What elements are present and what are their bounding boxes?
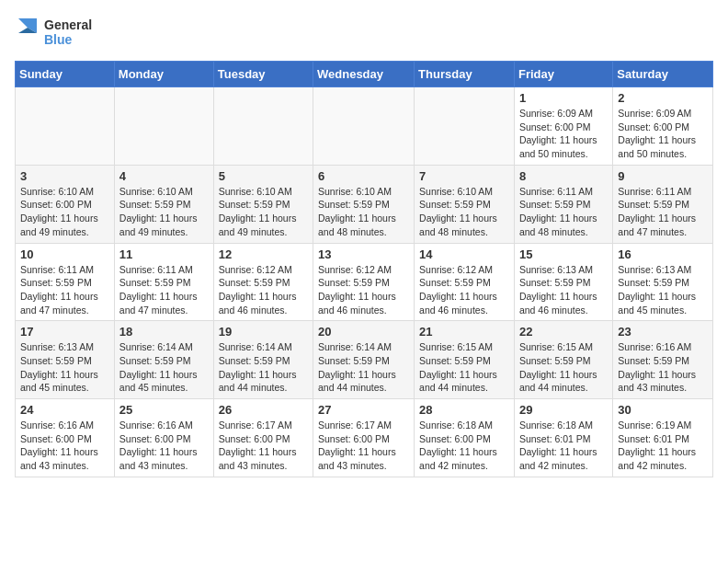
day-info: Sunrise: 6:11 AM Sunset: 5:59 PM Dayligh… (20, 263, 109, 317)
logo-icon: GeneralBlue (15, 15, 97, 50)
day-number: 28 (419, 403, 509, 417)
day-number: 30 (618, 403, 708, 417)
day-number: 11 (119, 247, 209, 261)
calendar-header-saturday: Saturday (613, 62, 713, 87)
day-number: 16 (618, 247, 708, 261)
day-number: 29 (519, 403, 608, 417)
day-number: 19 (219, 325, 308, 339)
day-number: 27 (318, 403, 409, 417)
day-info: Sunrise: 6:15 AM Sunset: 5:59 PM Dayligh… (519, 340, 608, 395)
calendar-cell: 2Sunrise: 6:09 AM Sunset: 6:00 PM Daylig… (613, 87, 713, 166)
day-number: 20 (318, 325, 409, 339)
day-info: Sunrise: 6:14 AM Sunset: 5:59 PM Dayligh… (119, 340, 209, 395)
calendar-week-5: 24Sunrise: 6:16 AM Sunset: 6:00 PM Dayli… (16, 399, 713, 477)
calendar-header-thursday: Thursday (415, 62, 515, 87)
calendar-week-1: 1Sunrise: 6:09 AM Sunset: 6:00 PM Daylig… (16, 87, 713, 166)
day-number: 14 (419, 247, 509, 261)
calendar-cell: 29Sunrise: 6:18 AM Sunset: 6:01 PM Dayli… (514, 399, 612, 477)
day-info: Sunrise: 6:09 AM Sunset: 6:00 PM Dayligh… (618, 107, 708, 161)
calendar-header-wednesday: Wednesday (313, 62, 415, 87)
logo: GeneralBlue (15, 15, 97, 50)
day-number: 8 (519, 169, 608, 183)
calendar-cell: 27Sunrise: 6:17 AM Sunset: 6:00 PM Dayli… (313, 399, 415, 477)
calendar-cell: 12Sunrise: 6:12 AM Sunset: 5:59 PM Dayli… (213, 243, 313, 321)
calendar-cell: 26Sunrise: 6:17 AM Sunset: 6:00 PM Dayli… (213, 399, 313, 477)
day-info: Sunrise: 6:17 AM Sunset: 6:00 PM Dayligh… (219, 419, 308, 473)
day-number: 2 (618, 91, 708, 105)
calendar-week-3: 10Sunrise: 6:11 AM Sunset: 5:59 PM Dayli… (16, 243, 713, 321)
calendar-cell: 13Sunrise: 6:12 AM Sunset: 5:59 PM Dayli… (313, 243, 415, 321)
calendar-cell: 6Sunrise: 6:10 AM Sunset: 5:59 PM Daylig… (313, 165, 415, 243)
calendar-cell: 23Sunrise: 6:16 AM Sunset: 5:59 PM Dayli… (613, 321, 713, 399)
day-info: Sunrise: 6:11 AM Sunset: 5:59 PM Dayligh… (519, 185, 608, 239)
day-info: Sunrise: 6:10 AM Sunset: 5:59 PM Dayligh… (219, 185, 308, 239)
calendar-cell: 1Sunrise: 6:09 AM Sunset: 6:00 PM Daylig… (514, 87, 612, 166)
calendar-cell: 3Sunrise: 6:10 AM Sunset: 6:00 PM Daylig… (16, 165, 115, 243)
day-info: Sunrise: 6:13 AM Sunset: 5:59 PM Dayligh… (20, 340, 109, 395)
calendar-cell: 14Sunrise: 6:12 AM Sunset: 5:59 PM Dayli… (415, 243, 515, 321)
day-number: 26 (219, 403, 308, 417)
day-number: 21 (419, 325, 509, 339)
day-number: 1 (519, 91, 608, 105)
day-info: Sunrise: 6:13 AM Sunset: 5:59 PM Dayligh… (519, 263, 608, 317)
calendar-header-row: SundayMondayTuesdayWednesdayThursdayFrid… (16, 62, 713, 87)
day-number: 9 (618, 169, 708, 183)
day-number: 22 (519, 325, 608, 339)
day-number: 6 (318, 169, 409, 183)
calendar-cell (415, 87, 515, 166)
calendar-cell: 19Sunrise: 6:14 AM Sunset: 5:59 PM Dayli… (213, 321, 313, 399)
day-info: Sunrise: 6:10 AM Sunset: 5:59 PM Dayligh… (318, 185, 409, 239)
day-info: Sunrise: 6:16 AM Sunset: 6:00 PM Dayligh… (119, 419, 209, 473)
calendar-cell: 5Sunrise: 6:10 AM Sunset: 5:59 PM Daylig… (213, 165, 313, 243)
day-info: Sunrise: 6:09 AM Sunset: 6:00 PM Dayligh… (519, 107, 608, 161)
calendar-cell: 22Sunrise: 6:15 AM Sunset: 5:59 PM Dayli… (514, 321, 612, 399)
svg-text:Blue: Blue (44, 32, 73, 47)
calendar-cell: 24Sunrise: 6:16 AM Sunset: 6:00 PM Dayli… (16, 399, 115, 477)
calendar-header-tuesday: Tuesday (213, 62, 313, 87)
day-info: Sunrise: 6:18 AM Sunset: 6:01 PM Dayligh… (519, 419, 608, 473)
day-number: 3 (20, 169, 109, 183)
day-info: Sunrise: 6:10 AM Sunset: 5:59 PM Dayligh… (419, 185, 509, 239)
day-info: Sunrise: 6:12 AM Sunset: 5:59 PM Dayligh… (219, 263, 308, 317)
calendar-cell: 8Sunrise: 6:11 AM Sunset: 5:59 PM Daylig… (514, 165, 612, 243)
calendar-cell: 30Sunrise: 6:19 AM Sunset: 6:01 PM Dayli… (613, 399, 713, 477)
day-number: 12 (219, 247, 308, 261)
calendar-cell: 4Sunrise: 6:10 AM Sunset: 5:59 PM Daylig… (114, 165, 213, 243)
day-info: Sunrise: 6:14 AM Sunset: 5:59 PM Dayligh… (318, 340, 409, 395)
day-info: Sunrise: 6:19 AM Sunset: 6:01 PM Dayligh… (618, 419, 708, 473)
day-number: 15 (519, 247, 608, 261)
calendar-cell: 17Sunrise: 6:13 AM Sunset: 5:59 PM Dayli… (16, 321, 115, 399)
calendar-cell: 18Sunrise: 6:14 AM Sunset: 5:59 PM Dayli… (114, 321, 213, 399)
calendar-cell (16, 87, 115, 166)
calendar-cell: 11Sunrise: 6:11 AM Sunset: 5:59 PM Dayli… (114, 243, 213, 321)
calendar: SundayMondayTuesdayWednesdayThursdayFrid… (15, 61, 713, 477)
day-number: 24 (20, 403, 109, 417)
calendar-cell: 16Sunrise: 6:13 AM Sunset: 5:59 PM Dayli… (613, 243, 713, 321)
day-number: 18 (119, 325, 209, 339)
calendar-cell (213, 87, 313, 166)
day-info: Sunrise: 6:13 AM Sunset: 5:59 PM Dayligh… (618, 263, 708, 317)
calendar-cell: 10Sunrise: 6:11 AM Sunset: 5:59 PM Dayli… (16, 243, 115, 321)
day-number: 17 (20, 325, 109, 339)
calendar-week-4: 17Sunrise: 6:13 AM Sunset: 5:59 PM Dayli… (16, 321, 713, 399)
day-info: Sunrise: 6:17 AM Sunset: 6:00 PM Dayligh… (318, 419, 409, 473)
calendar-cell: 25Sunrise: 6:16 AM Sunset: 6:00 PM Dayli… (114, 399, 213, 477)
day-number: 13 (318, 247, 409, 261)
day-info: Sunrise: 6:16 AM Sunset: 5:59 PM Dayligh… (618, 340, 708, 395)
day-info: Sunrise: 6:16 AM Sunset: 6:00 PM Dayligh… (20, 419, 109, 473)
day-number: 25 (119, 403, 209, 417)
calendar-cell: 9Sunrise: 6:11 AM Sunset: 5:59 PM Daylig… (613, 165, 713, 243)
calendar-cell: 15Sunrise: 6:13 AM Sunset: 5:59 PM Dayli… (514, 243, 612, 321)
calendar-cell: 7Sunrise: 6:10 AM Sunset: 5:59 PM Daylig… (415, 165, 515, 243)
day-info: Sunrise: 6:11 AM Sunset: 5:59 PM Dayligh… (618, 185, 708, 239)
day-info: Sunrise: 6:12 AM Sunset: 5:59 PM Dayligh… (419, 263, 509, 317)
day-info: Sunrise: 6:12 AM Sunset: 5:59 PM Dayligh… (318, 263, 409, 317)
day-info: Sunrise: 6:10 AM Sunset: 5:59 PM Dayligh… (119, 185, 209, 239)
day-number: 5 (219, 169, 308, 183)
day-info: Sunrise: 6:15 AM Sunset: 5:59 PM Dayligh… (419, 340, 509, 395)
day-info: Sunrise: 6:10 AM Sunset: 6:00 PM Dayligh… (20, 185, 109, 239)
page-header: GeneralBlue (15, 15, 713, 50)
calendar-cell: 21Sunrise: 6:15 AM Sunset: 5:59 PM Dayli… (415, 321, 515, 399)
calendar-cell: 28Sunrise: 6:18 AM Sunset: 6:00 PM Dayli… (415, 399, 515, 477)
day-info: Sunrise: 6:11 AM Sunset: 5:59 PM Dayligh… (119, 263, 209, 317)
